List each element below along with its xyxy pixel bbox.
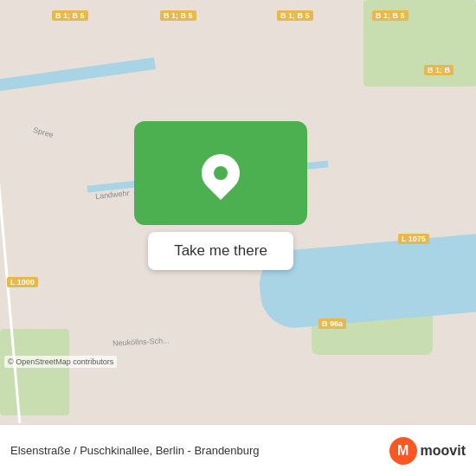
road-label-b1b5-4: B 1; B 5 [372,10,408,21]
location-label: Elsenstraße / Puschkinallee, Berlin - Br… [10,444,389,457]
road-label-l1000: L 1000 [7,277,38,287]
bottom-bar: Elsenstraße / Puschkinallee, Berlin - Br… [0,424,476,476]
road-label-b1b5-2: B 1; B 5 [160,10,196,21]
road-label-b1b5-5: B 1; B [424,65,453,75]
pin-container [134,121,307,225]
moovit-wordmark: moovit [421,443,466,459]
map-pin-icon [194,146,248,200]
road-label-l1075: L 1075 [398,234,429,244]
osm-attribution-text: © OpenStreetMap contributors [8,357,113,366]
park-area-3 [0,329,69,415]
cta-overlay: Take me there [134,121,307,270]
moovit-icon: M [389,437,417,465]
road-label-b1b5-3: B 1; B 5 [277,10,313,21]
moovit-letter: M [397,443,408,459]
road-label-b96a: B 96a [318,318,346,329]
road-label-b1b5-1: B 1; B 5 [52,10,88,21]
moovit-logo: M moovit [389,437,466,465]
osm-attribution: © OpenStreetMap contributors [4,356,117,368]
take-me-there-button[interactable]: Take me there [148,232,293,270]
map-container: B 1; B 5 B 1; B 5 B 1; B 5 B 1; B 5 B 1;… [0,0,476,424]
